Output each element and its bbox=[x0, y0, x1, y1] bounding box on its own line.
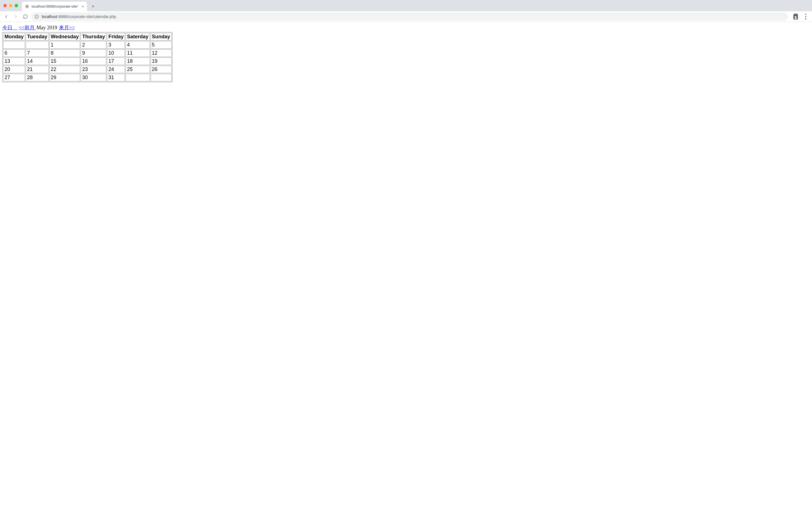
calendar-cell[interactable]: 7 bbox=[26, 49, 49, 57]
calendar-cell[interactable]: 28 bbox=[26, 74, 49, 81]
calendar-nav: 今日 <<前月 May 2019 来月>> bbox=[2, 24, 810, 31]
header-wednesday: Wednesday bbox=[49, 33, 80, 41]
calendar-cell[interactable] bbox=[3, 41, 25, 49]
url-host: localhost bbox=[42, 14, 57, 19]
header-monday: Monday bbox=[3, 33, 25, 41]
calendar-cell[interactable]: 24 bbox=[107, 66, 125, 73]
calendar-row: 2728293031 bbox=[3, 74, 172, 81]
calendar-cell[interactable]: 23 bbox=[81, 66, 106, 73]
calendar-cell[interactable]: 16 bbox=[81, 57, 106, 65]
account-icon[interactable] bbox=[792, 13, 800, 20]
calendar-cell[interactable]: 9 bbox=[81, 49, 106, 57]
minimize-window-button[interactable] bbox=[9, 4, 12, 7]
url-path: :8888/corporate-site/calendar.php bbox=[57, 14, 116, 19]
tab-strip: localhost:8888/corporate-site/ × + bbox=[0, 0, 812, 11]
maximize-window-button[interactable] bbox=[15, 4, 18, 7]
header-sunday: Sunday bbox=[151, 33, 172, 41]
reload-button[interactable] bbox=[21, 13, 29, 20]
calendar-cell[interactable]: 29 bbox=[49, 74, 80, 81]
calendar-cell[interactable]: 27 bbox=[3, 74, 25, 81]
calendar-cell[interactable]: 13 bbox=[3, 57, 25, 65]
calendar-row: 20212223242526 bbox=[3, 66, 172, 73]
calendar-cell[interactable]: 21 bbox=[26, 66, 49, 73]
header-thursday: Thursday bbox=[81, 33, 106, 41]
address-bar[interactable]: localhost:8888/corporate-site/calendar.p… bbox=[31, 12, 788, 21]
header-friday: Friday bbox=[107, 33, 125, 41]
calendar-cell[interactable]: 8 bbox=[49, 49, 80, 57]
calendar-cell[interactable]: 26 bbox=[151, 66, 172, 73]
calendar-cell[interactable]: 18 bbox=[125, 57, 150, 65]
calendar-row: 6789101112 bbox=[3, 49, 172, 57]
new-tab-button[interactable]: + bbox=[89, 3, 97, 10]
page-content: 今日 <<前月 May 2019 来月>> Monday Tuesday Wed… bbox=[0, 22, 812, 84]
back-button[interactable] bbox=[2, 13, 10, 20]
window-controls bbox=[3, 4, 18, 7]
calendar-cell[interactable]: 30 bbox=[81, 74, 106, 81]
calendar-cell[interactable]: 22 bbox=[49, 66, 80, 73]
month-label: May 2019 bbox=[36, 25, 58, 31]
calendar-cell[interactable]: 4 bbox=[125, 41, 150, 49]
calendar-cell[interactable]: 25 bbox=[125, 66, 150, 73]
calendar-cell[interactable]: 20 bbox=[3, 66, 25, 73]
forward-button[interactable] bbox=[12, 13, 20, 20]
calendar-cell[interactable]: 3 bbox=[107, 41, 125, 49]
header-saturday: Saterday bbox=[125, 33, 150, 41]
calendar-cell[interactable]: 11 bbox=[125, 49, 150, 57]
svg-point-4 bbox=[795, 16, 797, 18]
calendar-cell[interactable] bbox=[26, 41, 49, 49]
today-link[interactable]: 今日 bbox=[2, 25, 17, 31]
browser-chrome: localhost:8888/corporate-site/ × + local… bbox=[0, 0, 812, 22]
calendar-cell[interactable] bbox=[125, 74, 150, 81]
calendar-cell[interactable]: 19 bbox=[151, 57, 172, 65]
browser-tab[interactable]: localhost:8888/corporate-site/ × bbox=[22, 2, 87, 11]
menu-icon[interactable] bbox=[802, 13, 810, 20]
calendar-cell[interactable] bbox=[151, 74, 172, 81]
calendar-cell[interactable]: 6 bbox=[3, 49, 25, 57]
calendar-table: Monday Tuesday Wednesday Thursday Friday… bbox=[2, 32, 172, 82]
calendar-cell[interactable]: 14 bbox=[26, 57, 49, 65]
calendar-cell[interactable]: 17 bbox=[107, 57, 125, 65]
svg-point-6 bbox=[805, 16, 806, 17]
calendar-cell[interactable]: 31 bbox=[107, 74, 125, 81]
calendar-row: 12345 bbox=[3, 41, 172, 49]
calendar-header-row: Monday Tuesday Wednesday Thursday Friday… bbox=[3, 33, 172, 41]
svg-point-7 bbox=[805, 18, 806, 19]
calendar-cell[interactable]: 15 bbox=[49, 57, 80, 65]
calendar-cell[interactable]: 12 bbox=[151, 49, 172, 57]
globe-icon bbox=[25, 4, 29, 9]
calendar-cell[interactable]: 10 bbox=[107, 49, 125, 57]
calendar-cell[interactable]: 5 bbox=[151, 41, 172, 49]
calendar-cell[interactable]: 1 bbox=[49, 41, 80, 49]
toolbar-right bbox=[792, 13, 810, 20]
site-info-icon[interactable] bbox=[35, 14, 39, 19]
tab-title: localhost:8888/corporate-site/ bbox=[32, 4, 78, 8]
prev-month-link[interactable]: <<前月 bbox=[19, 25, 36, 31]
header-tuesday: Tuesday bbox=[26, 33, 49, 41]
browser-toolbar: localhost:8888/corporate-site/calendar.p… bbox=[0, 11, 812, 22]
svg-point-5 bbox=[805, 13, 806, 15]
calendar-row: 13141516171819 bbox=[3, 57, 172, 65]
url-text: localhost:8888/corporate-site/calendar.p… bbox=[42, 14, 116, 19]
next-month-link[interactable]: 来月>> bbox=[59, 25, 75, 31]
close-tab-icon[interactable]: × bbox=[82, 4, 84, 8]
close-window-button[interactable] bbox=[3, 4, 7, 7]
tabs: localhost:8888/corporate-site/ × + bbox=[22, 0, 97, 11]
calendar-cell[interactable]: 2 bbox=[81, 41, 106, 49]
